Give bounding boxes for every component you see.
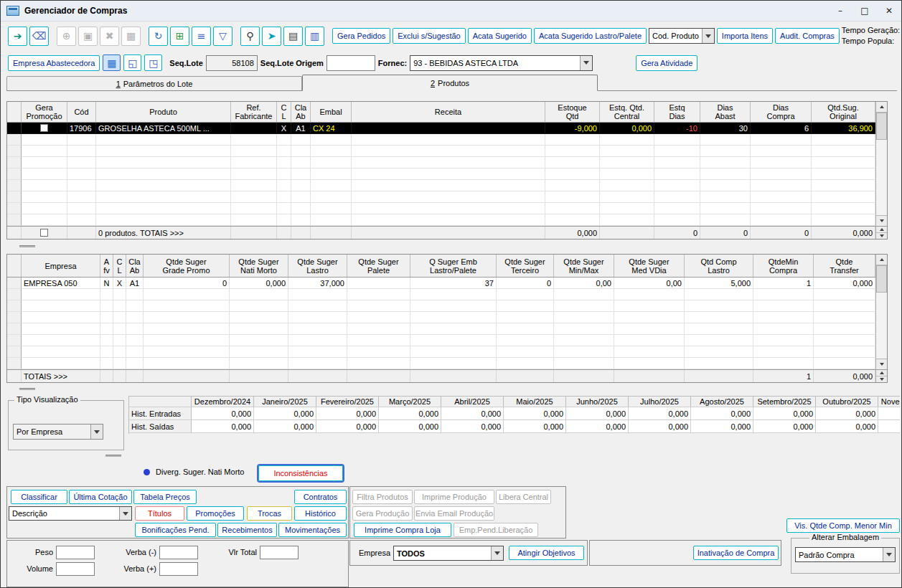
imprime-compra-loja-button[interactable]: Imprime Compra Loja [354,523,451,537]
refresh-button[interactable]: ↻ [149,27,168,46]
empty-grid-row[interactable] [7,300,875,312]
empty-grid-row[interactable] [7,191,875,203]
tab-produtos[interactable]: 2 Produtos [302,75,598,91]
tipo-visualizacao-select[interactable]: Por Empresa [13,424,103,440]
bonificacoes-pend-button[interactable]: Bonificações Pend. [135,523,216,537]
empty-grid-row[interactable] [7,289,875,300]
vertical-scrollbar[interactable] [875,255,887,369]
contratos-button[interactable]: Contratos [294,490,347,504]
product-row-selected[interactable]: 17906 GROSELHA ASTECA 500ML ... X A1 CX … [7,123,875,134]
scroll-thumb[interactable] [876,265,887,293]
splitter-handle[interactable] [19,388,35,390]
empty-grid-row[interactable] [7,169,875,180]
spin-down-icon[interactable] [876,376,887,382]
atingir-objetivos-button[interactable]: Atingir Objetivos [509,546,584,560]
scroll-up-icon[interactable] [876,102,887,113]
expand-view-button[interactable]: ◳ [144,54,162,71]
vertical-scrollbar[interactable] [875,102,887,226]
close-button[interactable]: ✕ [877,1,901,21]
scroll-thumb[interactable] [876,113,887,140]
embalagem-select[interactable]: Padrão Compra [795,547,896,562]
scroll-track[interactable] [876,265,887,359]
classificar-button[interactable]: Classificar [11,490,67,504]
empty-grid-row[interactable] [7,157,875,169]
seq-lote-origem-input[interactable] [326,55,375,71]
volume-input[interactable] [56,562,95,576]
inativacao-compra-button[interactable]: Inativação de Compra [693,546,779,560]
acata-sugerido-button[interactable]: Acata Sugerido [468,28,532,44]
cell-dias-compra: 6 [751,123,812,134]
gera-atividade-button[interactable]: Gera Atividade [636,55,697,71]
tab-parametros-do-lote[interactable]: 1 Parâmetros do Lote [6,76,302,90]
empty-grid-row[interactable] [7,335,875,346]
inconsistencias-button[interactable]: Inconsistências [258,465,343,481]
scroll-track[interactable] [876,113,887,215]
empresa-abastecedora-button[interactable]: Empresa Abastecedora [8,55,100,71]
empty-grid-row[interactable] [7,214,875,226]
audit-compras-button[interactable]: Audit. Compras [775,28,840,44]
descricao-select[interactable]: Descrição [9,506,132,521]
spin-up-icon[interactable] [876,227,887,233]
fit-view-button[interactable]: ◱ [123,54,141,71]
filter-button[interactable]: ▽ [213,27,232,46]
seq-lote-input[interactable] [206,55,258,71]
empty-grid-row[interactable] [7,146,875,157]
month-header: Junho/2025 [566,397,629,407]
scroll-down-icon[interactable] [876,359,887,369]
maximize-button[interactable]: □ [852,1,877,21]
print-button[interactable]: ▤ [283,27,303,46]
splitter-handle[interactable] [105,455,121,457]
list-button[interactable]: ≡ [192,27,211,46]
trocas-button[interactable]: Trocas [247,506,292,521]
promocoes-button[interactable]: Promoções [187,506,244,521]
tabela-precos-button[interactable]: Tabela Preços [133,490,197,504]
search-button[interactable]: ⚲ [240,27,260,46]
cod-produto-select[interactable]: Cod. Produto [649,28,715,44]
empty-grid-row[interactable] [7,323,875,335]
vis-qtde-comp-menor-min-button[interactable]: Vis. Qtde Comp. Menor Min [786,518,900,533]
spin-down-icon[interactable] [876,233,887,239]
exit-button[interactable]: ➔ [8,27,27,46]
peso-input[interactable] [56,546,95,559]
send-button[interactable]: ➤ [262,27,281,46]
fornec-select[interactable]: 93 - BEBIDAS ASTECA LTDA [410,55,593,71]
scroll-up-icon[interactable] [876,255,887,265]
empty-grid-row[interactable] [7,312,875,323]
spin-up-icon[interactable] [876,370,887,376]
minimize-button[interactable]: – [828,1,852,21]
historico-button[interactable]: Histórico [294,506,347,521]
verba-pos-input[interactable] [159,562,198,576]
products-grid-header: Gera Promoção Cód Produto Ref. Fabricant… [7,102,875,123]
recebimentos-button[interactable]: Recebimentos [217,523,277,537]
totals-spinner[interactable] [875,370,887,382]
clipboard-button[interactable]: ▥ [305,27,324,46]
grid-cell [311,227,352,239]
embalagem-value: Padrão Compra [796,551,883,559]
empty-grid-row[interactable] [7,180,875,191]
empresa-row[interactable]: EMPRESA 050 N X A1 0 0,000 37,000 37 0 0… [7,278,875,289]
movimentacoes-button[interactable]: Movimentações [278,523,347,537]
gera-promocao-checkbox[interactable] [40,124,48,132]
gera-pedidos-button[interactable]: Gera Pedidos [332,28,390,44]
importa-itens-button[interactable]: Importa Itens [717,28,773,44]
peso-label: Peso [13,548,53,556]
empty-grid-row[interactable] [7,203,875,214]
totals-checkbox[interactable] [40,229,48,237]
grid-cell [22,346,100,358]
verba-neg-input[interactable] [159,546,198,559]
scroll-down-icon[interactable] [876,215,887,226]
grid-view-toggle-button[interactable]: ▦ [103,54,121,71]
vlr-total-input[interactable] [260,546,299,559]
ultima-cotacao-button[interactable]: Última Cotação [69,490,132,504]
eraser-button[interactable]: ⌫ [29,27,49,46]
splitter-handle[interactable] [19,245,35,247]
empty-grid-row[interactable] [7,358,875,369]
empresa-select[interactable]: TODOS [393,546,504,561]
empty-grid-row[interactable] [7,346,875,358]
exclui-sugestao-button[interactable]: Exclui s/Sugestão [393,28,465,44]
titulos-button[interactable]: Títulos [135,506,184,521]
totals-spinner[interactable] [875,227,887,239]
acata-sugerido-lastro-palete-button[interactable]: Acata Sugerido Lastro/Palete [534,28,647,44]
empty-grid-row[interactable] [7,134,875,146]
add-row-button[interactable]: ⊞ [170,27,189,46]
